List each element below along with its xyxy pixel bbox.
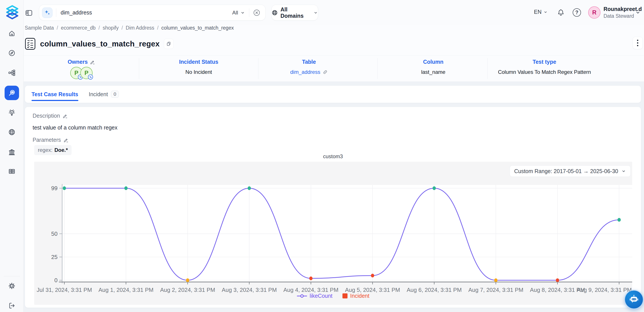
- notifications-button[interactable]: [556, 8, 566, 18]
- user-avatar[interactable]: R: [588, 6, 600, 19]
- breadcrumb-item[interactable]: Sample Data: [25, 25, 54, 31]
- assistant-chatbot-button[interactable]: [625, 290, 643, 308]
- ai-search-chip[interactable]: [42, 8, 52, 18]
- clear-search-button[interactable]: [252, 8, 261, 17]
- more-options-button[interactable]: [632, 37, 643, 49]
- search-scope-dropdown[interactable]: All: [228, 10, 249, 16]
- info-divider: [378, 58, 378, 79]
- description-label: Description: [32, 113, 60, 119]
- owner-avatar-group: P P: [48, 67, 114, 79]
- bank-icon: [8, 148, 16, 156]
- test-type-label: Test type: [532, 59, 556, 65]
- search-input[interactable]: dim_address: [60, 10, 228, 16]
- edit-pencil-icon[interactable]: [90, 59, 95, 65]
- copy-title-button[interactable]: [164, 39, 174, 49]
- breadcrumb-item[interactable]: Dim Address: [126, 25, 154, 31]
- domains-label: All Domains: [280, 6, 311, 19]
- incident-status-label: Incident Status: [179, 59, 218, 65]
- logout-icon: [8, 302, 16, 309]
- breadcrumb-item[interactable]: shopify: [103, 25, 118, 31]
- sidebar-item-logout[interactable]: [4, 298, 19, 312]
- help-button[interactable]: ?: [573, 8, 581, 17]
- edit-pencil-icon[interactable]: [62, 113, 68, 118]
- search-divider: [56, 8, 56, 17]
- book-icon: [8, 168, 16, 175]
- custom-range-dropdown[interactable]: Custom Range: 2017-05-01 → 2025-06-30: [510, 166, 631, 177]
- sidebar-item-lineage[interactable]: [4, 66, 19, 80]
- tab-test-case-results[interactable]: Test Case Results: [32, 91, 78, 97]
- description-section-label: Description: [32, 113, 68, 119]
- chevron-down-icon: [635, 10, 641, 15]
- info-column: Column last_name: [400, 55, 466, 82]
- table-name: dim_address: [290, 69, 320, 75]
- legend-item-incident[interactable]: Incident: [342, 293, 370, 299]
- sidebar-toggle-button[interactable]: [24, 9, 33, 17]
- owner-initial: P: [74, 70, 78, 76]
- breadcrumb: Sample Data / ecommerce_db / shopify / D…: [25, 25, 234, 31]
- lightbulb-icon: [8, 109, 16, 116]
- domains-dropdown[interactable]: All Domains: [271, 5, 318, 21]
- parameter-value: Doe.*: [54, 147, 68, 153]
- owner-team-badge-icon: [88, 75, 93, 80]
- owners-label: Owners: [68, 59, 88, 65]
- sidebar-item-glossary[interactable]: [4, 164, 19, 179]
- user-initial: R: [592, 9, 596, 16]
- info-divider: [488, 58, 488, 79]
- chart-title: custom3: [25, 153, 641, 160]
- user-menu-chevron[interactable]: [635, 10, 641, 15]
- edit-pencil-icon[interactable]: [64, 137, 69, 143]
- legend-item-likecount[interactable]: likeCount: [297, 293, 332, 299]
- link-icon: [322, 69, 328, 75]
- sidebar-item-govern[interactable]: [4, 145, 19, 159]
- incident-count-badge: 0: [111, 91, 119, 98]
- sidebar-item-domains[interactable]: [4, 125, 19, 139]
- question-mark-icon: ?: [573, 8, 581, 17]
- title-row: column_values_to_match_regex: [25, 38, 174, 50]
- sidebar-item-explore[interactable]: [4, 46, 19, 60]
- tabs-bar: Test Case Results Incident 0: [25, 85, 641, 103]
- svg-text:99: 99: [51, 185, 58, 192]
- sidebar-item-insights[interactable]: [4, 105, 19, 120]
- line-series-marker-icon: [297, 294, 307, 298]
- home-icon: [8, 30, 16, 37]
- info-table: Table dim_address: [276, 55, 342, 82]
- table-link[interactable]: dim_address: [290, 69, 328, 75]
- sidebar-item-home[interactable]: [4, 26, 19, 41]
- breadcrumb-item[interactable]: ecommerce_db: [61, 25, 96, 31]
- sidebar-item-observability[interactable]: [4, 86, 19, 100]
- info-divider: [258, 58, 258, 79]
- page-title: column_values_to_match_regex: [40, 40, 160, 48]
- svg-text:0: 0: [54, 277, 58, 283]
- owner-avatar[interactable]: P: [80, 67, 92, 79]
- app-logo[interactable]: [5, 5, 19, 21]
- chart-legend: likeCount Incident: [34, 293, 632, 299]
- chevron-down-icon: [543, 10, 548, 14]
- breadcrumb-separator: /: [98, 25, 100, 31]
- bell-icon: [557, 9, 565, 17]
- robot-icon: [629, 294, 639, 304]
- tab-label: Incident: [89, 91, 108, 97]
- svg-text:25: 25: [51, 254, 58, 260]
- sidebar-item-settings[interactable]: [4, 279, 19, 293]
- globe-icon: [8, 128, 16, 136]
- incident-status-value: No Incident: [166, 69, 232, 75]
- test-result-line-chart: 0255099Jul 31, 2024, 3:31 PMAug 1, 2024,…: [34, 162, 632, 305]
- sidebar: [0, 0, 24, 312]
- svg-text:Aug 3, 2024, 3:31 PM: Aug 3, 2024, 3:31 PM: [222, 286, 277, 293]
- sparkle-icon: [44, 10, 50, 16]
- tab-incident[interactable]: Incident 0: [89, 91, 119, 98]
- sidebar-divider: [4, 276, 20, 276]
- test-case-results-panel: Description test value of a column match…: [25, 107, 641, 308]
- global-search-bar[interactable]: dim_address All: [39, 5, 266, 21]
- table-label: Table: [302, 59, 316, 65]
- square-series-marker-icon: [342, 293, 348, 298]
- copy-icon: [166, 41, 171, 47]
- svg-text:Aug 1, 2024, 3:31 PM: Aug 1, 2024, 3:31 PM: [98, 286, 154, 293]
- flow-tree-icon: [8, 69, 16, 76]
- search-scope-label: All: [232, 10, 238, 16]
- test-type-value: Column Values To Match Regex Pattern: [492, 69, 597, 75]
- language-selector[interactable]: EN: [534, 9, 548, 15]
- legend-label: likeCount: [310, 293, 332, 299]
- app-screen: dim_address All All Domains EN ?: [0, 0, 644, 312]
- svg-text:Aug 2, 2024, 3:31 PM: Aug 2, 2024, 3:31 PM: [160, 286, 215, 293]
